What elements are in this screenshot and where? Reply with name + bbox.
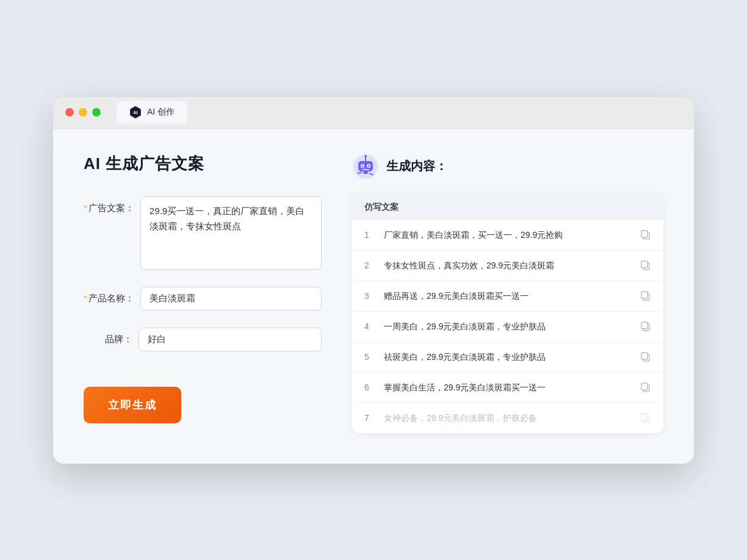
- ad-copy-row: *广告文案： 29.9买一送一，真正的厂家直销，美白淡斑霜，专抹女性斑点: [84, 196, 322, 270]
- generate-button[interactable]: 立即生成: [84, 387, 181, 423]
- svg-rect-17: [641, 261, 648, 268]
- table-header: 仿写文案: [352, 195, 663, 220]
- browser-tab[interactable]: AI AI 创作: [117, 101, 187, 124]
- tab-label: AI 创作: [147, 107, 175, 118]
- product-name-input[interactable]: 美白淡斑霜: [140, 287, 322, 311]
- row-text: 厂家直销，美白淡斑霜，买一送一，29.9元抢购: [384, 229, 633, 242]
- main-layout: AI 生成广告文案 *广告文案： 29.9买一送一，真正的厂家直销，美白淡斑霜，…: [84, 153, 663, 433]
- result-header: 生成内容：: [352, 153, 663, 180]
- product-name-label: *产品名称：: [84, 287, 134, 304]
- traffic-lights: [65, 108, 101, 117]
- browser-window: AI AI 创作 AI 生成广告文案 *广告文案： 29.9买一送一，真正的厂家…: [53, 97, 694, 464]
- table-row: 4 一周美白，29.9元美白淡斑霜，专业护肤品: [352, 312, 663, 342]
- row-text: 一周美白，29.9元美白淡斑霜，专业护肤品: [384, 320, 633, 333]
- left-panel: AI 生成广告文案 *广告文案： 29.9买一送一，真正的厂家直销，美白淡斑霜，…: [84, 153, 322, 433]
- copy-icon[interactable]: [640, 382, 651, 393]
- row-number: 3: [364, 291, 377, 301]
- svg-rect-15: [641, 231, 648, 237]
- brand-label: 品牌：: [84, 328, 132, 345]
- minimize-button[interactable]: [79, 108, 87, 117]
- row-number: 6: [364, 382, 377, 392]
- brand-input[interactable]: 好白: [139, 328, 322, 351]
- ad-copy-label: *广告文案：: [84, 196, 134, 214]
- product-name-row: *产品名称： 美白淡斑霜: [84, 287, 322, 311]
- row-number: 7: [364, 413, 377, 423]
- row-number: 5: [364, 352, 377, 362]
- svg-point-9: [368, 165, 370, 167]
- close-button[interactable]: [65, 108, 74, 117]
- result-table: 仿写文案 1 厂家直销，美白淡斑霜，买一送一，29.9元抢购 2 专抹女性斑点，…: [352, 195, 663, 433]
- copy-icon[interactable]: [640, 229, 651, 240]
- table-row: 3 赠品再送，29.9元美白淡斑霜买一送一: [352, 281, 663, 312]
- copy-icon[interactable]: [640, 290, 651, 301]
- svg-rect-11: [363, 171, 368, 174]
- svg-rect-21: [641, 322, 648, 329]
- table-row: 6 掌握美白生活，29.9元美白淡斑霜买一送一: [352, 373, 663, 403]
- table-row: 2 专抹女性斑点，真实功效，29.9元美白淡斑霜: [352, 251, 663, 281]
- copy-icon[interactable]: [640, 351, 651, 362]
- row-text: 祛斑美白，29.9元美白淡斑霜，专业护肤品: [384, 351, 633, 364]
- copy-icon[interactable]: [640, 321, 651, 332]
- titlebar: AI AI 创作: [53, 97, 694, 129]
- table-rows-container: 1 厂家直销，美白淡斑霜，买一送一，29.9元抢购 2 专抹女性斑点，真实功效，…: [352, 220, 663, 433]
- required-star-2: *: [84, 293, 87, 303]
- brand-row: 品牌： 好白: [84, 328, 322, 351]
- table-row: 5 祛斑美白，29.9元美白淡斑霜，专业护肤品: [352, 342, 663, 373]
- required-star: *: [84, 203, 87, 213]
- svg-rect-23: [641, 353, 648, 359]
- row-number: 2: [364, 260, 377, 270]
- svg-rect-19: [641, 292, 648, 298]
- svg-point-8: [362, 165, 364, 167]
- row-number: 1: [364, 230, 377, 240]
- table-row: 1 厂家直销，美白淡斑霜，买一送一，29.9元抢购: [352, 220, 663, 251]
- row-number: 4: [364, 321, 377, 331]
- table-row: 7 女神必备，29.9元美白淡斑霜，护肤必备: [352, 403, 663, 433]
- maximize-button[interactable]: [92, 108, 101, 117]
- browser-content: AI 生成广告文案 *广告文案： 29.9买一送一，真正的厂家直销，美白淡斑霜，…: [53, 129, 694, 464]
- right-panel: 生成内容： 仿写文案 1 厂家直销，美白淡斑霜，买一送一，29.9元抢购 2 专…: [352, 153, 663, 433]
- svg-text:AI: AI: [133, 110, 137, 115]
- svg-rect-10: [362, 169, 369, 170]
- svg-rect-27: [641, 414, 648, 420]
- svg-rect-25: [641, 383, 648, 390]
- copy-icon[interactable]: [640, 412, 651, 423]
- page-title: AI 生成广告文案: [84, 153, 322, 174]
- copy-icon[interactable]: [640, 260, 651, 271]
- ad-copy-input[interactable]: 29.9买一送一，真正的厂家直销，美白淡斑霜，专抹女性斑点: [140, 196, 322, 270]
- row-text: 女神必备，29.9元美白淡斑霜，护肤必备: [384, 412, 633, 425]
- ai-tab-icon: AI: [129, 106, 142, 119]
- row-text: 掌握美白生活，29.9元美白淡斑霜买一送一: [384, 381, 633, 394]
- result-title: 生成内容：: [386, 158, 447, 174]
- svg-point-4: [364, 155, 367, 157]
- row-text: 专抹女性斑点，真实功效，29.9元美白淡斑霜: [384, 259, 633, 272]
- row-text: 赠品再送，29.9元美白淡斑霜买一送一: [384, 290, 633, 303]
- bot-icon: [352, 153, 379, 180]
